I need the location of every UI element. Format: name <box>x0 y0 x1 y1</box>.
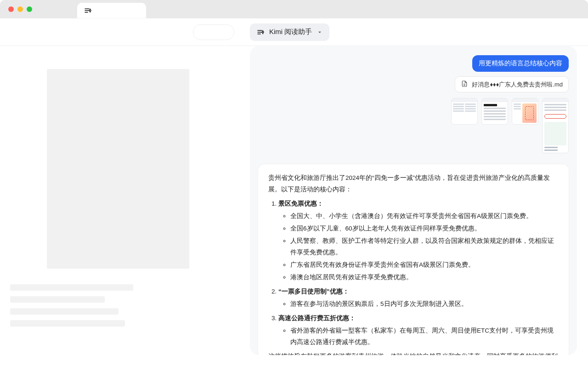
window-minimize-button[interactable] <box>17 6 23 12</box>
chat-panel: 用更精炼的语言总结核心内容 好消息♦♦♦广东人免费去贵州啦.md <box>250 46 577 355</box>
answer-item: 景区免票优惠： 全国大、中、小学生（含港澳台）凭有效证件可享受贵州全省国有A级景… <box>278 198 559 283</box>
main-area: 用更精炼的语言总结核心内容 好消息♦♦♦广东人免费去贵州啦.md <box>0 46 588 368</box>
attachment-chip[interactable]: 好消息♦♦♦广东人免费去贵州啦.md <box>455 76 569 92</box>
attachment-thumbnails <box>451 98 569 153</box>
assistant-name: Kimi 阅读助手 <box>269 28 312 36</box>
attachment-filename: 好消息♦♦♦广东人免费去贵州啦.md <box>472 80 563 89</box>
thumbnail[interactable] <box>512 98 538 125</box>
answer-bullet: 港澳台地区居民凭有效证件享受免费优惠。 <box>290 272 559 283</box>
answer-bullet: 游客在参与活动的景区购票后，5日内可多次无限制进入景区。 <box>290 299 559 310</box>
app-toolbar: Kimi 阅读助手 <box>0 18 588 46</box>
window-titlebar <box>0 0 588 18</box>
answer-bullet: 广东省居民凭有效身份证件享受贵州全省国有A级景区门票免费。 <box>290 259 559 271</box>
answer-bullet: 全国6岁以下儿童、60岁以上老年人凭有效证件同样享受免费优惠。 <box>290 223 559 235</box>
user-message-bubble: 用更精炼的语言总结核心内容 <box>472 55 569 72</box>
assistant-response-card: 贵州省文化和旅游厅推出了2024年的“四免一多一减”优惠活动，旨在促进贵州旅游产… <box>258 164 569 355</box>
skeleton-line <box>10 296 105 303</box>
assistant-selector[interactable]: Kimi 阅读助手 <box>250 23 329 41</box>
document-preview-pane <box>0 46 250 368</box>
app-icon <box>84 6 92 15</box>
window-close-button[interactable] <box>8 6 14 12</box>
user-message-area: 用更精炼的语言总结核心内容 好消息♦♦♦广东人免费去贵州啦.md <box>258 55 569 153</box>
browser-tab[interactable] <box>77 3 146 18</box>
toolbar-pill-placeholder <box>193 24 234 40</box>
chevron-down-icon <box>317 29 323 35</box>
document-text-placeholder <box>9 282 241 332</box>
window-zoom-button[interactable] <box>27 6 32 12</box>
thumbnail[interactable] <box>451 98 478 125</box>
thumbnail[interactable] <box>542 98 569 153</box>
file-icon <box>461 80 468 89</box>
answer-item-heading: 高速公路通行费五折优惠： <box>278 315 356 322</box>
answer-closing: 这些措施旨在鼓励更多的游客到贵州旅游，体验当地的自然风光和文化遗产，同时享受更多… <box>268 351 559 355</box>
answer-intro: 贵州省文化和旅游厅推出了2024年的“四免一多一减”优惠活动，旨在促进贵州旅游产… <box>268 172 559 196</box>
skeleton-line <box>10 308 119 315</box>
skeleton-line <box>10 284 133 291</box>
skeleton-line <box>10 320 125 327</box>
answer-item-heading: 景区免票优惠： <box>278 200 323 207</box>
answer-item: “一票多日使用制”优惠： 游客在参与活动的景区购票后，5日内可多次无限制进入景区… <box>278 286 559 310</box>
answer-bullet: 人民警察、教师、医护工作者等特定行业人群，以及符合国家相关政策规定的群体，凭相应… <box>290 236 559 259</box>
answer-list: 景区免票优惠： 全国大、中、小学生（含港澳台）凭有效证件可享受贵州全省国有A级景… <box>268 198 559 348</box>
document-image-placeholder <box>47 69 189 269</box>
answer-bullet: 全国大、中、小学生（含港澳台）凭有效证件可享受贵州全省国有A级景区门票免费。 <box>290 211 559 222</box>
thumbnail[interactable] <box>481 98 508 125</box>
assistant-icon <box>256 28 265 36</box>
window-controls <box>0 0 40 18</box>
answer-bullet: 省外游客的外省籍一型客车（私家车）在每周五、周六、周日使用ETC支付时，可享受贵… <box>290 325 559 348</box>
answer-item: 高速公路通行费五折优惠： 省外游客的外省籍一型客车（私家车）在每周五、周六、周日… <box>278 313 559 348</box>
answer-item-heading: “一票多日使用制”优惠： <box>278 288 349 295</box>
